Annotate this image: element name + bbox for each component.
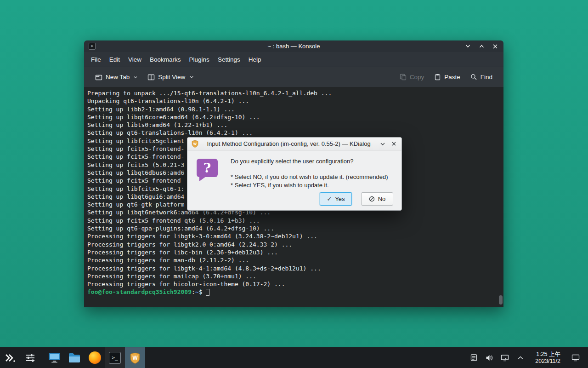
prompt-path: ~ [195,288,199,296]
chevron-up-icon [517,356,524,360]
svg-text:W: W [193,142,197,146]
desktop[interactable]: { "window": { "title": "~ : bash — Konso… [0,0,588,368]
notifications-button[interactable] [469,353,478,362]
dialog-title: Input Method Configuration (im-config, v… [202,140,376,147]
dialog-close-icon[interactable] [390,140,398,148]
firefox-icon [89,351,101,364]
paste-icon [434,74,441,80]
kdialog-task-button[interactable]: W [125,347,145,368]
window-controls [464,43,499,50]
menu-bar: File Edit View Bookmarks Plugins Setting… [84,52,503,67]
clock-date: 2023/11/2 [535,358,560,365]
terminal-line: Processing triggers for hicolor-icon-the… [87,280,497,288]
clock-widget[interactable]: 1:25 上午 2023/11/2 [535,351,560,365]
scrollbar-thumb[interactable] [499,295,503,305]
terminal-line: Setting up libts0:amd64 (1.22-1+b1) ... [87,121,497,129]
terminal-line: Setting up libb2-1:amd64 (0.98.1-1.1) ..… [87,105,497,113]
menu-view[interactable]: View [124,52,146,67]
terminal-line: Processing triggers for mailcap (3.70+nm… [87,272,497,280]
kdialog-window: W Input Method Configuration (im-config,… [187,137,402,211]
find-button[interactable]: Find [467,71,496,83]
app-launcher-icon [4,352,16,364]
system-tray: 1:25 上午 2023/11/2 [469,351,588,365]
prompt-user-host: foo@foo-standardpcq35ich92009 [87,288,192,296]
display-settings-button[interactable] [500,353,509,362]
dialog-titlebar[interactable]: W Input Method Configuration (im-config,… [187,138,401,150]
window-titlebar[interactable]: > ~ : bash — Konsole [84,40,503,52]
dialog-question: Do you explicitly select the user config… [231,158,393,165]
app-launcher-button[interactable] [0,347,20,368]
split-view-label: Split View [158,74,185,80]
terminal-line: Processing triggers for libc-bin (2.36-9… [87,248,497,256]
terminal-line: Setting up qt6-translations-l10n (6.4.2-… [87,129,497,137]
find-icon [470,74,477,80]
terminal-scrollbar[interactable] [499,87,503,307]
task-manager-button[interactable] [20,347,40,368]
menu-settings[interactable]: Settings [214,52,244,67]
svg-text:W: W [132,354,138,361]
terminal-line: Setting up qt6-qpa-plugins:amd64 (6.4.2+… [87,224,497,232]
im-config-shield-icon: W [191,140,199,148]
dialog-option-no: * Select NO, if you do not wish to updat… [231,173,393,181]
menu-edit[interactable]: Edit [105,52,124,67]
prompt-separator: : [192,288,195,296]
terminal-line: Processing triggers for libgtk-4-1:amd64… [87,264,497,272]
sliders-icon [25,352,36,363]
new-tab-label: New Tab [106,74,130,80]
tool-bar: New Tab Split View Copy Paste Find [84,67,503,87]
dialog-option-yes: * Select YES, if you wish to update it. [231,181,393,190]
terminal-line: Setting up libqt6core6:amd64 (6.4.2+dfsg… [87,113,497,121]
dialog-buttons: ✓ Yes No [320,192,393,206]
yes-button-label: Yes [335,196,345,202]
volume-button[interactable] [485,353,494,362]
terminal-line: Setting up fcitx5-frontend-qt6 (5.0.16-1… [87,217,497,224]
shell-prompt: foo@foo-standardpcq35ich92009:~$ [87,288,497,296]
display-app-button[interactable] [44,347,64,368]
folder-icon [68,352,81,363]
menu-plugins[interactable]: Plugins [185,52,214,67]
paste-button[interactable]: Paste [430,71,464,83]
konsole-icon: >_ [109,352,121,364]
paste-label: Paste [444,74,460,80]
konsole-task-button[interactable]: >_ [105,347,125,368]
new-tab-icon [95,74,102,81]
display-icon [501,354,509,362]
split-view-caret-icon [189,75,194,79]
file-manager-button[interactable] [64,347,85,368]
dialog-body: ? Do you explicitly select the user conf… [187,150,401,211]
cancel-icon [369,196,375,202]
no-button-label: No [378,196,386,202]
terminal-line: Processing triggers for libgtk2.0-0:amd6… [87,241,497,248]
check-icon: ✓ [327,196,332,202]
copy-button[interactable]: Copy [396,71,428,83]
prompt-symbol: $ [199,288,203,296]
menu-bookmarks[interactable]: Bookmarks [146,52,185,67]
konsole-window-icon: > [89,43,96,50]
terminal-line: Processing triggers for libgtk-3-0:amd64… [87,232,497,240]
find-label: Find [481,74,492,80]
show-desktop-button[interactable] [571,353,581,363]
question-icon: ? [197,159,218,177]
new-tab-button[interactable]: New Tab [91,71,141,84]
notifications-icon [470,354,478,362]
minimize-icon[interactable] [464,43,471,50]
split-view-button[interactable]: Split View [144,71,198,84]
taskbar: >_ W [0,347,588,368]
menu-file[interactable]: File [87,52,105,67]
dialog-menu-chevron-icon[interactable] [379,140,387,148]
copy-icon [400,74,407,80]
volume-icon [485,354,493,362]
yes-button[interactable]: ✓ Yes [320,192,352,206]
window-title: ~ : bash — Konsole [84,43,503,50]
terminal-line: Unpacking qt6-translations-l10n (6.4.2-1… [87,97,497,105]
no-button[interactable]: No [361,192,393,206]
close-icon[interactable] [492,43,499,50]
firefox-button[interactable] [85,347,105,368]
split-view-icon [147,74,155,81]
new-tab-caret-icon [134,76,137,79]
menu-help[interactable]: Help [244,52,266,67]
im-config-task-icon: W [129,352,141,364]
maximize-icon[interactable] [478,43,485,50]
tray-expander-button[interactable] [516,353,525,362]
show-desktop-icon [571,354,580,362]
